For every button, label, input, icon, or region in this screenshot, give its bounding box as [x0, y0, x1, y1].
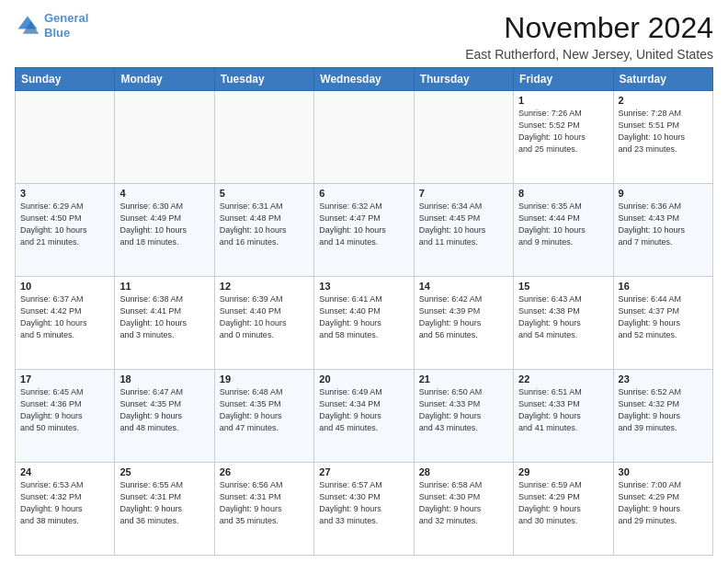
- day-number: 7: [419, 188, 508, 199]
- day-info: Sunrise: 6:29 AM Sunset: 4:50 PM Dayligh…: [20, 201, 109, 248]
- calendar-cell: 27Sunrise: 6:57 AM Sunset: 4:30 PM Dayli…: [314, 463, 414, 556]
- day-number: 13: [319, 281, 408, 292]
- day-number: 28: [419, 466, 508, 477]
- logo: General Blue: [15, 11, 88, 40]
- calendar-cell: 14Sunrise: 6:42 AM Sunset: 4:39 PM Dayli…: [414, 277, 513, 370]
- calendar-header-thursday: Thursday: [414, 68, 513, 91]
- logo-text: General Blue: [44, 11, 88, 40]
- day-info: Sunrise: 6:50 AM Sunset: 4:33 PM Dayligh…: [419, 386, 508, 434]
- day-number: 12: [220, 281, 309, 292]
- day-info: Sunrise: 6:57 AM Sunset: 4:30 PM Dayligh…: [319, 479, 408, 527]
- calendar-cell: 22Sunrise: 6:51 AM Sunset: 4:33 PM Dayli…: [514, 370, 613, 463]
- day-info: Sunrise: 6:47 AM Sunset: 4:35 PM Dayligh…: [119, 386, 209, 434]
- day-number: 18: [119, 373, 209, 385]
- calendar-header-tuesday: Tuesday: [214, 68, 313, 91]
- day-number: 1: [518, 95, 608, 106]
- day-number: 15: [518, 281, 608, 292]
- day-number: 17: [20, 373, 109, 385]
- calendar-row-4: 24Sunrise: 6:53 AM Sunset: 4:32 PM Dayli…: [16, 463, 713, 556]
- day-info: Sunrise: 6:59 AM Sunset: 4:29 PM Dayligh…: [518, 479, 608, 527]
- calendar-row-0: 1Sunrise: 7:26 AM Sunset: 5:52 PM Daylig…: [16, 91, 713, 184]
- calendar-cell: 11Sunrise: 6:38 AM Sunset: 4:41 PM Dayli…: [115, 277, 214, 370]
- calendar-cell: [16, 91, 115, 184]
- calendar-cell: 2Sunrise: 7:28 AM Sunset: 5:51 PM Daylig…: [613, 91, 712, 184]
- calendar-cell: 3Sunrise: 6:29 AM Sunset: 4:50 PM Daylig…: [16, 184, 115, 277]
- calendar-cell: 5Sunrise: 6:31 AM Sunset: 4:48 PM Daylig…: [214, 184, 313, 277]
- day-number: 3: [20, 188, 109, 199]
- day-number: 25: [119, 466, 209, 477]
- calendar-cell: 18Sunrise: 6:47 AM Sunset: 4:35 PM Dayli…: [115, 370, 214, 463]
- logo-icon: [15, 13, 40, 39]
- day-number: 20: [319, 373, 408, 385]
- calendar-cell: 7Sunrise: 6:34 AM Sunset: 4:45 PM Daylig…: [414, 184, 513, 277]
- calendar-cell: [314, 91, 414, 184]
- day-info: Sunrise: 6:53 AM Sunset: 4:32 PM Dayligh…: [20, 479, 109, 527]
- day-number: 11: [119, 281, 209, 292]
- day-info: Sunrise: 6:45 AM Sunset: 4:36 PM Dayligh…: [20, 386, 109, 434]
- calendar-cell: 17Sunrise: 6:45 AM Sunset: 4:36 PM Dayli…: [16, 370, 115, 463]
- day-info: Sunrise: 6:38 AM Sunset: 4:41 PM Dayligh…: [119, 293, 209, 341]
- day-info: Sunrise: 6:58 AM Sunset: 4:30 PM Dayligh…: [419, 479, 508, 527]
- calendar-cell: 1Sunrise: 7:26 AM Sunset: 5:52 PM Daylig…: [514, 91, 613, 184]
- calendar-cell: 20Sunrise: 6:49 AM Sunset: 4:34 PM Dayli…: [314, 370, 414, 463]
- day-number: 22: [518, 373, 608, 385]
- day-info: Sunrise: 6:43 AM Sunset: 4:38 PM Dayligh…: [518, 293, 608, 341]
- calendar-cell: [414, 91, 513, 184]
- day-info: Sunrise: 6:49 AM Sunset: 4:34 PM Dayligh…: [319, 386, 408, 434]
- day-info: Sunrise: 6:31 AM Sunset: 4:48 PM Dayligh…: [220, 201, 309, 248]
- day-info: Sunrise: 7:28 AM Sunset: 5:51 PM Dayligh…: [619, 108, 708, 155]
- calendar-cell: 23Sunrise: 6:52 AM Sunset: 4:32 PM Dayli…: [613, 370, 712, 463]
- day-number: 6: [319, 188, 408, 199]
- header: General Blue November 2024 East Rutherfo…: [15, 11, 713, 62]
- calendar-cell: [115, 91, 214, 184]
- day-number: 9: [619, 188, 708, 199]
- day-info: Sunrise: 6:51 AM Sunset: 4:33 PM Dayligh…: [518, 386, 608, 434]
- month-title: November 2024: [465, 11, 713, 45]
- day-number: 4: [119, 188, 209, 199]
- day-number: 29: [518, 466, 608, 477]
- calendar-header-sunday: Sunday: [16, 68, 115, 91]
- calendar-header-wednesday: Wednesday: [314, 68, 414, 91]
- calendar-cell: 4Sunrise: 6:30 AM Sunset: 4:49 PM Daylig…: [115, 184, 214, 277]
- day-number: 24: [20, 466, 109, 477]
- day-number: 16: [619, 281, 708, 292]
- day-info: Sunrise: 6:35 AM Sunset: 4:44 PM Dayligh…: [518, 201, 608, 248]
- logo-line2: Blue: [44, 26, 70, 40]
- day-info: Sunrise: 7:00 AM Sunset: 4:29 PM Dayligh…: [619, 479, 708, 527]
- logo-line1: General: [44, 11, 88, 25]
- day-info: Sunrise: 6:52 AM Sunset: 4:32 PM Dayligh…: [619, 386, 708, 434]
- day-info: Sunrise: 6:56 AM Sunset: 4:31 PM Dayligh…: [220, 479, 309, 527]
- calendar-cell: 9Sunrise: 6:36 AM Sunset: 4:43 PM Daylig…: [613, 184, 712, 277]
- day-number: 27: [319, 466, 408, 477]
- title-block: November 2024 East Rutherford, New Jerse…: [465, 11, 713, 62]
- calendar-cell: 30Sunrise: 7:00 AM Sunset: 4:29 PM Dayli…: [613, 463, 712, 556]
- calendar-cell: 10Sunrise: 6:37 AM Sunset: 4:42 PM Dayli…: [16, 277, 115, 370]
- calendar-cell: 29Sunrise: 6:59 AM Sunset: 4:29 PM Dayli…: [514, 463, 613, 556]
- calendar-cell: 25Sunrise: 6:55 AM Sunset: 4:31 PM Dayli…: [115, 463, 214, 556]
- day-info: Sunrise: 6:55 AM Sunset: 4:31 PM Dayligh…: [119, 479, 209, 527]
- day-info: Sunrise: 6:48 AM Sunset: 4:35 PM Dayligh…: [220, 386, 309, 434]
- day-info: Sunrise: 6:37 AM Sunset: 4:42 PM Dayligh…: [20, 293, 109, 341]
- calendar-cell: 6Sunrise: 6:32 AM Sunset: 4:47 PM Daylig…: [314, 184, 414, 277]
- day-info: Sunrise: 6:41 AM Sunset: 4:40 PM Dayligh…: [319, 293, 408, 341]
- day-number: 23: [619, 373, 708, 385]
- calendar-cell: 21Sunrise: 6:50 AM Sunset: 4:33 PM Dayli…: [414, 370, 513, 463]
- page: General Blue November 2024 East Rutherfo…: [0, 0, 728, 563]
- calendar-row-3: 17Sunrise: 6:45 AM Sunset: 4:36 PM Dayli…: [16, 370, 713, 463]
- calendar-cell: 12Sunrise: 6:39 AM Sunset: 4:40 PM Dayli…: [214, 277, 313, 370]
- day-number: 26: [220, 466, 309, 477]
- calendar-cell: 28Sunrise: 6:58 AM Sunset: 4:30 PM Dayli…: [414, 463, 513, 556]
- day-number: 10: [20, 281, 109, 292]
- day-info: Sunrise: 6:42 AM Sunset: 4:39 PM Dayligh…: [419, 293, 508, 341]
- day-info: Sunrise: 6:36 AM Sunset: 4:43 PM Dayligh…: [619, 201, 708, 248]
- day-number: 2: [619, 95, 708, 106]
- day-info: Sunrise: 7:26 AM Sunset: 5:52 PM Dayligh…: [518, 108, 608, 155]
- subtitle: East Rutherford, New Jersey, United Stat…: [465, 47, 713, 62]
- day-number: 19: [220, 373, 309, 385]
- calendar-cell: 8Sunrise: 6:35 AM Sunset: 4:44 PM Daylig…: [514, 184, 613, 277]
- day-info: Sunrise: 6:44 AM Sunset: 4:37 PM Dayligh…: [619, 293, 708, 341]
- day-info: Sunrise: 6:30 AM Sunset: 4:49 PM Dayligh…: [119, 201, 209, 248]
- day-number: 14: [419, 281, 508, 292]
- day-number: 30: [619, 466, 708, 477]
- day-number: 5: [220, 188, 309, 199]
